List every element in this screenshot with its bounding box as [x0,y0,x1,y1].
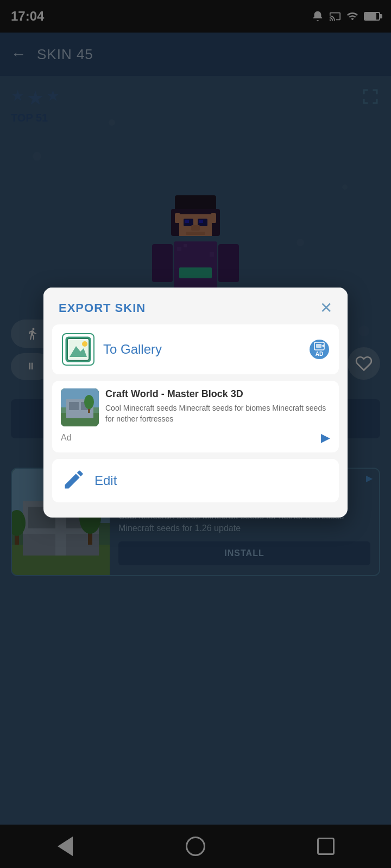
modal-ad-content: Craft World - Master Block 3D Cool Minec… [105,388,330,424]
gallery-icon [62,333,94,366]
modal-ad-row: Craft World - Master Block 3D Cool Minec… [61,388,330,426]
svg-point-48 [84,395,94,409]
gallery-option[interactable]: To Gallery AD [52,324,339,374]
modal-close-button[interactable]: ✕ [320,301,332,316]
modal-ad-item[interactable]: Craft World - Master Block 3D Cool Minec… [52,381,339,452]
modal-ad-description: Cool Minecraft seeds Minecraft seeds for… [105,403,330,424]
gallery-label: To Gallery [103,342,310,357]
ad-text: AD [316,351,323,357]
modal-ad-image [61,388,99,426]
svg-marker-40 [321,344,324,347]
modal-ad-title: Craft World - Master Block 3D [105,388,330,400]
play-icon: ▶ [321,431,330,445]
modal-bottom-space [43,509,348,518]
modal-title: EXPORT SKIN [59,301,146,315]
export-skin-modal: EXPORT SKIN ✕ To Gallery [43,288,348,518]
edit-option[interactable]: Edit [52,459,339,502]
svg-point-36 [82,341,87,347]
modal-ad-footer: Ad ▶ [61,431,330,445]
gallery-ad-indicator: AD [310,340,329,359]
svg-rect-39 [316,344,321,348]
modal-header: EXPORT SKIN ✕ [43,288,348,324]
modal-ad-label: Ad [61,433,72,443]
edit-icon [62,468,86,494]
svg-rect-45 [69,402,79,410]
edit-label: Edit [94,473,329,488]
